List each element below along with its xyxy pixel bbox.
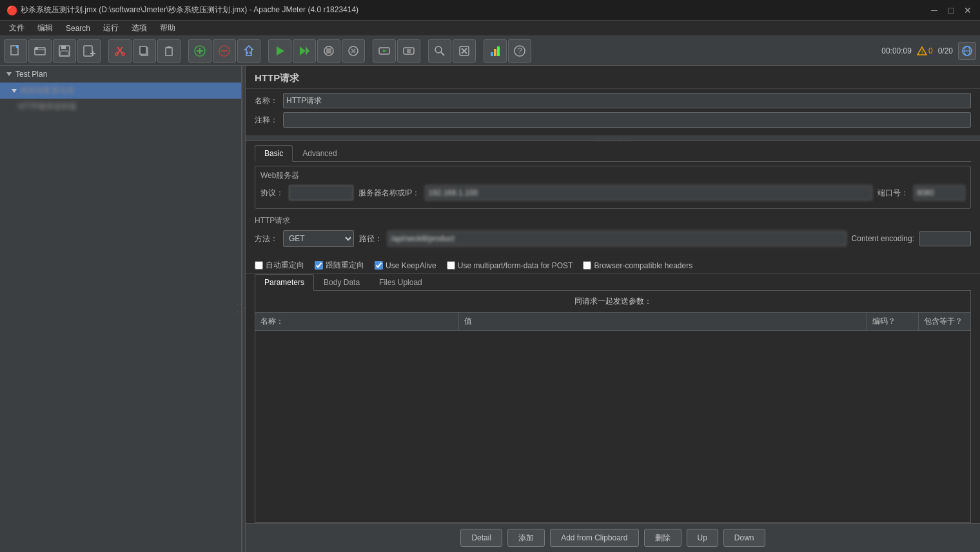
method-label: 方法： <box>255 233 278 244</box>
minimize-button[interactable]: ─ <box>928 5 940 16</box>
svg-line-39 <box>441 52 444 55</box>
close-button[interactable]: ✕ <box>962 5 974 16</box>
svg-rect-30 <box>326 48 331 54</box>
detail-button[interactable]: Detail <box>460 529 502 547</box>
search-toolbar-button[interactable] <box>428 39 451 63</box>
protocol-label: 协议： <box>260 188 284 199</box>
menu-run[interactable]: 运行 <box>97 21 125 35</box>
tree-expand-icon-2 <box>10 87 18 95</box>
clear-button[interactable] <box>237 39 260 63</box>
drag-handle[interactable]: · · · · · · <box>246 136 980 141</box>
auto-redirect-label: 自动重定向 <box>266 260 304 271</box>
protocol-input[interactable] <box>289 185 353 201</box>
svg-marker-28 <box>306 46 309 55</box>
down-button[interactable]: Down <box>723 529 765 547</box>
path-input[interactable] <box>387 231 847 246</box>
maximize-button[interactable]: □ <box>945 5 957 16</box>
http-request-title: HTTP请求 <box>255 215 971 226</box>
svg-rect-15 <box>140 46 146 54</box>
app-icon: 🔴 <box>6 5 17 15</box>
drag-dots-icon: · · · · · · <box>598 135 627 141</box>
up-button[interactable]: Up <box>687 529 718 547</box>
panel-title-bar: HTTP请求 <box>246 66 980 89</box>
svg-text:?: ? <box>518 46 522 55</box>
tab-parameters[interactable]: Parameters <box>255 274 314 291</box>
open-button[interactable] <box>28 39 52 63</box>
auto-redirect-checkbox[interactable]: 自动重定向 <box>255 260 304 271</box>
remove-button[interactable] <box>213 39 236 63</box>
network-button[interactable] <box>958 42 976 60</box>
menu-bar: 文件 编辑 Search 运行 选项 帮助 <box>0 21 980 36</box>
follow-redirect-label: 跟随重定向 <box>326 260 364 271</box>
run-nopause-button[interactable] <box>293 39 316 63</box>
keepalive-label: Use KeepAlive <box>386 261 436 270</box>
warn-count: 0 <box>928 46 933 55</box>
comment-input[interactable] <box>283 112 971 128</box>
browser-headers-input[interactable] <box>583 261 591 270</box>
tab-basic[interactable]: Basic <box>255 145 293 162</box>
copy-button[interactable] <box>133 39 156 63</box>
menu-options[interactable]: 选项 <box>125 21 153 35</box>
method-row: 方法： GET POST PUT DELETE HEAD 路径： Content… <box>255 230 971 247</box>
help-button[interactable]: ? <box>508 39 531 63</box>
auto-redirect-input[interactable] <box>255 261 263 270</box>
paste-button[interactable] <box>157 39 181 63</box>
save-button[interactable] <box>53 39 76 63</box>
svg-text:!: ! <box>921 49 923 55</box>
add-param-button[interactable]: 添加 <box>507 529 545 547</box>
name-section: 名称： 注释： <box>246 89 980 136</box>
name-label: 名称： <box>255 95 278 106</box>
main-tabs-bar: Basic Advanced <box>255 145 971 162</box>
menu-edit[interactable]: 编辑 <box>31 21 59 35</box>
add-button[interactable] <box>188 39 211 63</box>
tab-advanced[interactable]: Advanced <box>293 145 346 161</box>
svg-rect-43 <box>491 52 493 56</box>
menu-search[interactable]: Search <box>59 23 97 34</box>
cut-button[interactable] <box>108 39 132 63</box>
run-button[interactable] <box>268 39 291 63</box>
menu-help[interactable]: 帮助 <box>153 21 182 35</box>
svg-rect-3 <box>35 47 38 50</box>
window-controls: ─ □ ✕ <box>928 5 974 16</box>
panel-title-text: HTTP请求 <box>255 72 299 83</box>
tab-body-data[interactable]: Body Data <box>314 274 369 290</box>
keepalive-input[interactable] <box>375 261 383 270</box>
encoding-input[interactable] <box>919 231 971 246</box>
multipart-input[interactable] <box>447 261 455 270</box>
menu-file[interactable]: 文件 <box>3 21 31 35</box>
run-count: 0/20 <box>938 46 953 55</box>
remote-stop-button[interactable] <box>397 39 420 63</box>
params-table-header: 名称： 值 编码？ 包含等于？ <box>255 313 970 331</box>
svg-rect-45 <box>497 46 500 56</box>
clear-all-button[interactable] <box>453 39 476 63</box>
follow-redirect-input[interactable] <box>315 261 323 270</box>
web-server-title: Web服务器 <box>260 170 965 181</box>
add-from-clipboard-button[interactable]: Add from Clipboard <box>550 529 638 547</box>
name-input[interactable] <box>283 93 971 108</box>
method-select[interactable]: GET POST PUT DELETE HEAD <box>283 230 354 247</box>
params-header: 同请求一起发送参数： <box>255 291 970 313</box>
saveas-button[interactable] <box>77 39 101 63</box>
name-row: 名称： <box>255 93 971 108</box>
browser-headers-label: Browser-compatible headers <box>594 261 692 270</box>
delete-button[interactable]: 删除 <box>644 529 681 547</box>
stop-now-button[interactable] <box>342 39 365 63</box>
report-button[interactable] <box>484 39 507 63</box>
resize-handle-vertical[interactable]: ⋮⋮ <box>239 66 241 552</box>
follow-redirect-checkbox[interactable]: 跟随重定向 <box>315 260 364 271</box>
left-panel: Test Plan 线程组配置信息 HTTP请求采样器 ⋮⋮ <box>0 66 242 552</box>
multipart-checkbox[interactable]: Use multipart/form-data for POST <box>447 261 573 270</box>
tree-item-threadgroup[interactable]: 线程组配置信息 <box>0 83 241 99</box>
server-input[interactable] <box>425 185 872 201</box>
new-button[interactable] <box>4 39 27 63</box>
browser-headers-checkbox[interactable]: Browser-compatible headers <box>583 261 692 270</box>
right-panel: HTTP请求 名称： 注释： · · · · · · Basic Advance… <box>246 66 980 552</box>
tab-files-upload[interactable]: Files Upload <box>369 274 432 290</box>
remote-start-button[interactable] <box>373 39 396 63</box>
svg-marker-54 <box>12 89 17 93</box>
stop-button[interactable] <box>317 39 340 63</box>
tree-item-sub[interactable]: HTTP请求采样器 <box>0 99 241 115</box>
main-layout: Test Plan 线程组配置信息 HTTP请求采样器 ⋮⋮ ⋮ HTTP请求 … <box>0 66 980 552</box>
port-input[interactable] <box>914 185 965 201</box>
keepalive-checkbox[interactable]: Use KeepAlive <box>375 261 436 270</box>
